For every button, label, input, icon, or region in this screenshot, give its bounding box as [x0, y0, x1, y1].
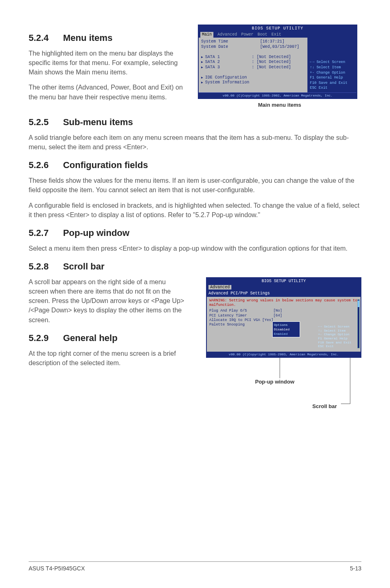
para-528: A scroll bar appears on the right side o…	[29, 277, 186, 325]
heading-number: 5.2.8	[29, 260, 61, 273]
page-footer: ASUS T4-P5I945GCX 5-13	[29, 561, 361, 572]
bios2-annotations: Pop-up window Scroll bar	[206, 358, 361, 415]
bios2-tab-advanced: Advanced	[208, 285, 231, 290]
para-526b: A configurable field is enclosed in brac…	[29, 201, 361, 220]
bios-sata3: SATA 3 : [Not Detected]	[201, 65, 305, 70]
heading-number: 5.2.7	[29, 227, 61, 240]
para-527: Select a menu item then press <Enter> to…	[29, 244, 361, 253]
bios-footer-copyright: v00.00 (C)Copyright 1985-2002, American …	[199, 92, 356, 98]
bios-main-caption: Main menu items	[198, 101, 361, 109]
legend-select-screen: ←→ Select Screen	[310, 60, 354, 65]
legend-select-screen: ←→ Select Screen	[318, 325, 355, 329]
bios2-footer-copyright: v00.00 (C)Copyright 1985-2003, American …	[207, 352, 361, 357]
bios2-scroll-thumb	[358, 301, 359, 307]
heading-number: 5.2.9	[29, 332, 61, 345]
bios-main-screenshot: BIOS SETUP UTILITY Main Advanced Power B…	[198, 25, 357, 99]
bios2-tabs: Advanced	[207, 285, 361, 290]
heading-5-2-9: 5.2.9 General help	[29, 332, 186, 345]
bios-ide-config: IDE Configuration	[201, 75, 305, 81]
footer-product: ASUS T4-P5I945GCX	[29, 565, 85, 572]
bios-tabs: Main Advanced Power Boot Exit	[199, 32, 356, 38]
heading-title: Configuration fields	[63, 160, 148, 170]
bios2-scrollbar	[357, 299, 360, 348]
heading-title: Scroll bar	[63, 261, 104, 272]
heading-title: General help	[63, 333, 117, 343]
heading-number: 5.2.5	[29, 116, 61, 129]
bios-tab-main: Main	[200, 32, 213, 38]
heading-title: Pop-up window	[63, 228, 130, 238]
legend-change-option: +- Change Option	[310, 70, 354, 76]
bios-sata1: SATA 1 : [Not Detected]	[201, 55, 305, 60]
leader-line-scroll	[350, 358, 350, 404]
legend-exit: ESC Exit	[318, 344, 355, 348]
bios-sata2: SATA 2 : [Not Detected]	[201, 60, 305, 65]
heading-5-2-8: 5.2.8 Scroll bar	[29, 260, 361, 273]
annotation-popup-label: Pop-up window	[255, 378, 294, 386]
legend-save-exit: F10 Save and Exit	[310, 81, 354, 86]
bios-tab-exit: Exit	[271, 32, 281, 38]
annotation-scroll-label: Scroll bar	[312, 403, 337, 410]
bios-right-legend: ←→ Select Screen ↑↓ Select Item +- Chang…	[307, 38, 356, 92]
para-529: At the top right corner of the menu scre…	[29, 349, 186, 368]
legend-save-exit: F10 Save and Exit	[318, 341, 355, 345]
bios-system-time: System Time [16:37:21]	[201, 39, 305, 45]
bios2-pnp: Plug And Play O/S [No]	[209, 309, 358, 313]
bios-system-date: System Date [Wed,03/15/2007]	[201, 45, 305, 50]
heading-5-2-4: 5.2.4 Menu items	[29, 32, 191, 45]
popup-option-disabled: Disabled	[274, 327, 298, 332]
para-526a: These fields show the values for the men…	[29, 176, 361, 195]
heading-5-2-5: 5.2.5 Sub-menu items	[29, 116, 361, 129]
leader-line-popup	[280, 358, 280, 378]
popup-title: Options	[274, 323, 298, 327]
leader-line-scroll-h	[341, 404, 350, 404]
bios2-popup: Options Disabled Enabled	[272, 321, 300, 338]
heading-title: Sub-menu items	[63, 117, 133, 127]
para-524b: The other items (Advanced, Power, Boot a…	[29, 83, 191, 101]
heading-number: 5.2.4	[29, 32, 61, 45]
bios2-section-header: Advanced PCI/PnP Settings	[207, 290, 361, 297]
heading-5-2-7: 5.2.7 Pop-up window	[29, 227, 361, 240]
footer-page-number: 5-13	[350, 565, 361, 572]
bios-tab-power: Power	[241, 32, 253, 38]
bios-advanced-screenshot: BIOS SETUP UTILITY Advanced Advanced PCI…	[206, 277, 361, 358]
bios2-title: BIOS SETUP UTILITY	[207, 278, 361, 285]
para-525: A solid triangle before each item on any…	[29, 133, 361, 152]
legend-exit: ESC Exit	[310, 85, 354, 91]
heading-5-2-6: 5.2.6 Configuration fields	[29, 159, 361, 172]
legend-select-item: ↑↓ Select Item	[318, 329, 355, 333]
heading-number: 5.2.6	[29, 159, 61, 172]
bios-left-panel: System Time [16:37:21] System Date [Wed,…	[199, 38, 307, 92]
bios-title: BIOS SETUP UTILITY	[199, 25, 356, 32]
bios2-latency: PCI Latency Timer [64]	[209, 314, 358, 318]
bios-system-info: System Information	[201, 80, 305, 85]
legend-change-option: +- Change Option	[318, 332, 355, 337]
bios-tab-advanced: Advanced	[217, 32, 237, 38]
bios2-legend: ←→ Select Screen ↑↓ Select Item +- Chang…	[318, 325, 355, 348]
legend-general-help: F1 General Help	[310, 75, 354, 81]
popup-option-enabled: Enabled	[274, 332, 298, 336]
heading-title: Menu items	[63, 33, 112, 43]
legend-general-help: F1 General Help	[318, 337, 355, 341]
para-524a: The highlighted item on the menu bar dis…	[29, 49, 191, 77]
bios2-warning: WARNING: Setting wrong values in below s…	[209, 298, 358, 307]
bios-tab-boot: Boot	[258, 32, 267, 38]
legend-select-item: ↑↓ Select Item	[310, 65, 354, 70]
